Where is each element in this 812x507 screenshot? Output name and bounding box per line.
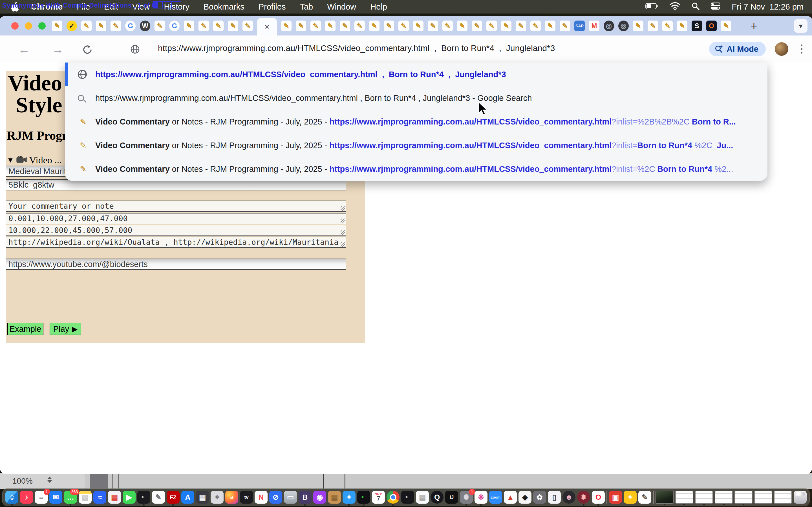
tab-pencil[interactable]: ✎	[296, 16, 306, 36]
textedit-icon[interactable]: ✎	[152, 491, 165, 504]
music-icon[interactable]: ♪	[20, 491, 33, 504]
keychain-access-icon[interactable]: ✧	[211, 491, 223, 504]
safari-icon[interactable]: ✦	[343, 491, 356, 504]
tab-search-button[interactable]: ▾	[794, 19, 808, 33]
tab-pencil[interactable]: ✎	[516, 16, 526, 36]
tab-pencil[interactable]: ✎	[243, 16, 253, 36]
reload-button[interactable]	[82, 45, 93, 56]
tab-pencil[interactable]: ✎	[96, 16, 106, 36]
start-times-textarea[interactable]: 0.001,10.000,27.000,47.000	[6, 213, 346, 224]
notes-icon[interactable]: ▤	[79, 491, 92, 504]
tab-pencil[interactable]: ✎	[184, 16, 194, 36]
site-globe-icon[interactable]	[130, 45, 140, 55]
example-button[interactable]: Example	[7, 323, 43, 335]
tab-chromium[interactable]: ◎	[604, 16, 614, 36]
new-tab-button[interactable]: +	[747, 18, 761, 33]
suggestion-row[interactable]: https://www.rjmprogramming.com.au/HTMLCS…	[65, 62, 767, 86]
tab-pencil[interactable]: ✎	[213, 16, 223, 36]
window-preview-app-icon[interactable]: ▭	[284, 491, 297, 504]
tab-pencil[interactable]: ✎	[648, 16, 658, 36]
menubar-clock[interactable]: Fri 7 Nov 12:26 pm	[732, 2, 804, 11]
tab-pencil[interactable]: ✎	[340, 16, 350, 36]
video-id-input[interactable]	[6, 179, 346, 190]
tab-pencil[interactable]: ✎	[81, 16, 92, 36]
tab-pencil[interactable]: ✎	[199, 16, 209, 36]
reminders-icon[interactable]: ≡1	[35, 491, 48, 504]
tab-pencil[interactable]: ✎	[545, 16, 555, 36]
tab-pencil[interactable]: ✎	[530, 16, 541, 36]
tab-pencil[interactable]: ✎	[310, 16, 321, 36]
minimized-document-window[interactable]	[774, 491, 792, 504]
menu-window[interactable]: Window	[320, 2, 363, 11]
tab-pencil[interactable]: ✎	[721, 16, 731, 36]
close-tab-icon[interactable]: ×	[264, 22, 269, 32]
commentary-textarea[interactable]: Your commentary or note	[6, 201, 346, 212]
tab-chromium[interactable]: ◎	[618, 16, 629, 36]
firefox-icon[interactable]: ◕	[225, 491, 238, 504]
tab-wiki[interactable]: W	[140, 16, 150, 36]
mascot-app-icon[interactable]: ☻	[562, 491, 575, 504]
tab-sdark[interactable]: S	[692, 16, 702, 36]
keypad-app-icon[interactable]: ▦	[196, 491, 209, 504]
forward-button[interactable]: →	[52, 43, 64, 56]
zoom-icon[interactable]: zoom	[489, 491, 502, 504]
tab-pencil[interactable]: ✎	[325, 16, 336, 36]
tab-pencil[interactable]: ✎	[154, 16, 165, 36]
tab-odark[interactable]: O	[706, 16, 717, 36]
color-palette-app-icon[interactable]: ❋	[474, 491, 488, 504]
tab-pencil[interactable]: ✎	[398, 16, 409, 36]
tab-pencil[interactable]: ✎	[384, 16, 394, 36]
quicktime-icon[interactable]: Q	[430, 491, 444, 504]
tab-pencil[interactable]: ✎	[354, 16, 365, 36]
terminal-dark-icon[interactable]: >_	[357, 491, 370, 504]
tab-pencil[interactable]: ✎	[457, 16, 467, 36]
disclosure-triangle-icon[interactable]: ▼	[7, 156, 14, 165]
tab-google[interactable]: G	[169, 16, 180, 36]
launchpad-icon[interactable]: ▦	[108, 491, 121, 504]
details-label[interactable]: Video ...	[29, 155, 62, 166]
device-frame-app-icon[interactable]: ▯	[548, 491, 561, 504]
notepad-app-icon[interactable]: ✎	[638, 491, 651, 504]
suggestion-row[interactable]: https://www.rjmprogramming.com.au/HTMLCS…	[65, 86, 767, 110]
tab-pencil[interactable]: ✎	[413, 16, 423, 36]
minimized-document-window[interactable]	[675, 491, 693, 504]
back-button[interactable]: ←	[18, 43, 30, 56]
control-center-icon[interactable]	[711, 3, 720, 11]
tab-pencil[interactable]: ✎	[369, 16, 379, 36]
document-app-icon[interactable]: ▤	[416, 491, 429, 504]
tab-pencil[interactable]: ✎	[281, 16, 292, 36]
zoom-stepper[interactable]	[47, 476, 52, 483]
trash-icon[interactable]	[794, 491, 807, 504]
tab-google[interactable]: G	[125, 16, 136, 36]
triangle-app-icon[interactable]: ▲	[504, 491, 517, 504]
red-circle-app-icon[interactable]: ✹	[577, 491, 590, 504]
podcasts-icon[interactable]: ◉	[313, 491, 326, 504]
lightbulb-app-icon[interactable]: ✦	[624, 491, 637, 504]
ai-mode-button[interactable]: AI Mode	[709, 42, 766, 56]
news-icon[interactable]: N	[255, 491, 267, 504]
calendar-icon[interactable]: NOV7	[372, 491, 385, 504]
graphics-app-icon[interactable]: ✿	[533, 491, 546, 504]
browser-menu-button[interactable]	[801, 45, 802, 54]
wifi-icon[interactable]	[670, 2, 680, 11]
minimized-photo-window[interactable]	[656, 491, 673, 504]
tab-pencil[interactable]: ✎	[677, 16, 688, 36]
tab-sap[interactable]: SAP	[574, 16, 585, 36]
minimized-document-window[interactable]	[754, 491, 772, 504]
tab-pencil[interactable]: ✎	[52, 16, 62, 36]
minimized-document-window[interactable]	[715, 491, 733, 504]
chrome-icon[interactable]	[387, 491, 400, 504]
suggestion-row[interactable]: ✎Video Commentary or Notes - RJM Program…	[65, 157, 767, 181]
gold-book-app-icon[interactable]: ▤	[328, 491, 341, 504]
menu-profiles[interactable]: Profiles	[252, 2, 293, 11]
opera-icon[interactable]: O	[592, 491, 605, 504]
app-store-icon[interactable]: A	[181, 491, 194, 504]
play-button[interactable]: Play ▶	[50, 323, 81, 335]
tab-pencil[interactable]: ✎	[560, 16, 570, 36]
red-photos-app-icon[interactable]: ▣	[609, 491, 622, 504]
tab-pencil[interactable]: ✎	[633, 16, 644, 36]
spotlight-search-icon[interactable]	[692, 2, 700, 11]
tab-pencil[interactable]: ✎	[501, 16, 511, 36]
tab-gmail[interactable]: M	[589, 16, 599, 36]
suggestion-row[interactable]: ✎Video Commentary or Notes - RJM Program…	[65, 133, 767, 157]
